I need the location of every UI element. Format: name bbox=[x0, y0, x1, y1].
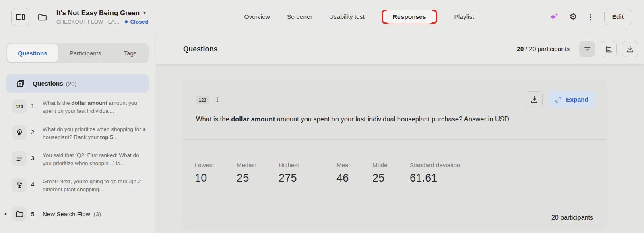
stat-mode: Mode 25 bbox=[372, 161, 410, 184]
stat-value: 25 bbox=[237, 172, 279, 184]
ai-sparkles-button[interactable] bbox=[549, 12, 559, 22]
number-question-icon: 123 bbox=[12, 99, 27, 114]
question-item-4[interactable]: 4 Great! Next, you're going to go throug… bbox=[0, 176, 155, 202]
expand-label: Expand bbox=[566, 96, 588, 103]
question-text-pre: What is the bbox=[196, 115, 231, 123]
topbar-left: It's Not Easy Being Green ▾ CHECKOUT FLO… bbox=[0, 8, 169, 26]
stat-highest: Highest 275 bbox=[279, 161, 336, 184]
sidebar-questions-header[interactable]: ? Questions (20) bbox=[6, 74, 149, 93]
app-root: It's Not Easy Being Green ▾ CHECKOUT FLO… bbox=[0, 0, 644, 233]
badge-123-label: 123 bbox=[16, 104, 23, 109]
ranking-question-icon: 1 bbox=[12, 125, 27, 140]
question-item-5-folder[interactable]: ▸ 5 New Search Flow(3) bbox=[0, 202, 155, 225]
question-result-card: 123 1 bbox=[182, 80, 607, 229]
sidebar: Questions Participants Tags ? Questions … bbox=[0, 34, 155, 233]
filter-icon bbox=[584, 45, 591, 53]
number-type-badge: 123 bbox=[196, 96, 209, 104]
question-text-bold: top 5 bbox=[100, 134, 113, 140]
project-title-block: It's Not Easy Being Green ▾ CHECKOUT FLO… bbox=[56, 9, 148, 25]
annotation-highlight-box: Responses bbox=[382, 10, 438, 24]
folder-icon[interactable] bbox=[37, 12, 47, 22]
settings-button[interactable]: ⚙ bbox=[569, 12, 577, 21]
main-content: 123 1 bbox=[156, 64, 644, 233]
folder-name: New Search Flow bbox=[43, 211, 90, 217]
caret-right-icon[interactable]: ▸ bbox=[5, 211, 7, 216]
stat-median: Median 25 bbox=[237, 161, 279, 184]
card-download-button[interactable] bbox=[526, 91, 543, 108]
question-number: 4 bbox=[31, 178, 38, 188]
stat-value: 10 bbox=[195, 172, 237, 184]
question-text: What is the dollar amount amount you spe… bbox=[196, 115, 596, 123]
download-icon bbox=[530, 96, 538, 104]
stat-value: 275 bbox=[279, 172, 336, 184]
sidebar-tab-participants[interactable]: Participants bbox=[59, 43, 112, 63]
milestone-message-icon bbox=[12, 178, 27, 192]
topbar: It's Not Easy Being Green ▾ CHECKOUT FLO… bbox=[0, 0, 644, 34]
sidebar-segmented-control: Questions Participants Tags bbox=[6, 43, 149, 63]
stat-label: Mode bbox=[372, 161, 410, 168]
status-label: Closed bbox=[130, 19, 148, 25]
question-text-post: ... bbox=[113, 134, 118, 140]
page-title: Questions bbox=[183, 45, 218, 53]
svg-text:1: 1 bbox=[19, 130, 20, 133]
edit-button[interactable]: Edit bbox=[604, 9, 632, 25]
sidebar-tab-tags[interactable]: Tags bbox=[112, 43, 149, 63]
question-text-pre: You said that [Q2: First ranked: What do… bbox=[43, 152, 139, 166]
project-title: It's Not Easy Being Green bbox=[56, 9, 140, 17]
question-item-1[interactable]: 123 1 What is the dollar amount amount y… bbox=[0, 98, 155, 124]
gear-icon: ⚙ bbox=[569, 12, 577, 21]
main-panel: Questions 20 / 20 participants bbox=[156, 34, 644, 233]
tab-responses[interactable]: Responses bbox=[385, 10, 434, 24]
chevron-down-icon[interactable]: ▾ bbox=[143, 10, 146, 16]
kebab-menu-icon: ⋮ bbox=[587, 13, 594, 21]
topbar-actions: ⚙ ⋮ Edit bbox=[549, 9, 644, 25]
question-preview: You said that [Q2: First ranked: What do… bbox=[43, 151, 147, 168]
expand-icon bbox=[555, 96, 562, 103]
question-preview: What do you prioritize when shopping for… bbox=[43, 125, 147, 141]
folder-label: New Search Flow(3) bbox=[43, 211, 101, 217]
status-dot-icon bbox=[125, 20, 128, 23]
participants-count: 20 / 20 participants bbox=[517, 45, 570, 53]
question-preview: Great! Next, you're going to go through … bbox=[43, 178, 147, 194]
card-actions: Expand bbox=[526, 91, 596, 108]
project-subtitle-row: CHECKOUT FLOW - LA... Closed bbox=[56, 19, 148, 25]
chart-view-button[interactable] bbox=[601, 41, 617, 57]
stat-label: Median bbox=[237, 161, 279, 168]
tab-playlist[interactable]: Playlist bbox=[454, 13, 474, 20]
question-item-3[interactable]: 3 You said that [Q2: First ranked: What … bbox=[0, 150, 155, 176]
tab-usability-test[interactable]: Usability test bbox=[329, 13, 365, 20]
main-header-actions: 20 / 20 participants bbox=[517, 41, 638, 57]
question-preview: What is the dollar amount amount you spe… bbox=[43, 99, 147, 115]
expand-button[interactable]: Expand bbox=[548, 91, 596, 108]
sidebar-questions-label: Questions bbox=[33, 80, 63, 87]
project-subtitle: CHECKOUT FLOW - LA... bbox=[56, 19, 119, 25]
question-number: 1 bbox=[31, 99, 38, 109]
stat-value: 25 bbox=[372, 172, 410, 184]
stat-label: Standard deviation bbox=[410, 161, 460, 168]
more-options-button[interactable]: ⋮ bbox=[587, 13, 594, 21]
open-text-question-icon bbox=[12, 151, 27, 166]
question-text-post: amount you spent on your last individual… bbox=[275, 115, 511, 123]
question-text-pre: What do you prioritize when shopping for… bbox=[43, 126, 146, 140]
question-text-pre: What is the bbox=[43, 100, 71, 106]
topbar-tabs: Overview Screener Usability test Respons… bbox=[169, 10, 549, 24]
filter-button[interactable] bbox=[579, 41, 595, 57]
stat-mean: Mean 46 bbox=[336, 161, 372, 184]
sparkles-icon bbox=[549, 12, 559, 22]
tab-overview[interactable]: Overview bbox=[244, 13, 270, 20]
participants-total: / 20 participants bbox=[524, 45, 570, 52]
toggle-sidebar-button[interactable] bbox=[11, 8, 29, 26]
question-text-bold: dollar amount bbox=[71, 100, 107, 106]
main-header: Questions 20 / 20 participants bbox=[156, 34, 644, 64]
sidebar-questions-count: (20) bbox=[66, 80, 77, 87]
sidebar-tab-questions[interactable]: Questions bbox=[7, 44, 58, 62]
project-title-row[interactable]: It's Not Easy Being Green ▾ bbox=[56, 9, 148, 17]
tab-screener[interactable]: Screener bbox=[287, 13, 312, 20]
question-text-pre: Great! Next, you're going to go through … bbox=[43, 178, 141, 192]
question-item-2[interactable]: 1 2 What do you prioritize when shopping… bbox=[0, 124, 155, 150]
download-icon bbox=[626, 45, 634, 53]
download-results-button[interactable] bbox=[622, 41, 638, 57]
question-list: 123 1 What is the dollar amount amount y… bbox=[0, 98, 155, 225]
folder-group-icon bbox=[12, 206, 27, 221]
stat-standard-deviation: Standard deviation 61.61 bbox=[410, 161, 460, 184]
